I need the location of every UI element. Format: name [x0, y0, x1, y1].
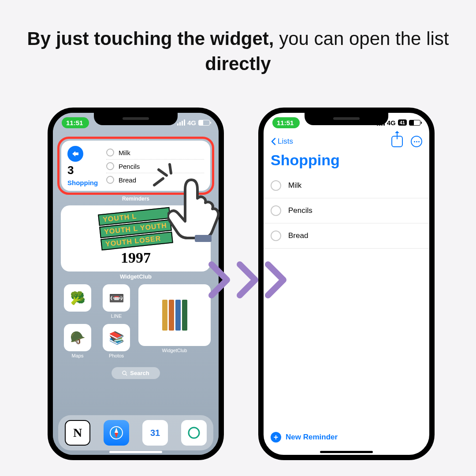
more-button[interactable]	[411, 136, 422, 147]
app-icon[interactable]: 🪖Maps	[61, 324, 94, 358]
dock-app-safari[interactable]	[104, 420, 129, 446]
home-indicator[interactable]	[320, 451, 373, 453]
search-button[interactable]: Search	[112, 367, 160, 379]
list-icon	[67, 146, 83, 162]
back-button[interactable]: Lists	[271, 137, 293, 146]
notch	[305, 112, 388, 125]
plus-icon: +	[271, 432, 281, 443]
signal-icon	[177, 119, 185, 126]
svg-line-7	[154, 178, 163, 185]
checkbox-icon	[106, 162, 114, 170]
notch	[94, 112, 178, 125]
svg-line-8	[159, 170, 167, 175]
checkbox-icon	[106, 176, 114, 184]
widget-item: Milk	[106, 146, 204, 160]
status-carrier: 4G	[187, 119, 196, 126]
app-icon[interactable]: 📚Photos	[100, 324, 133, 358]
chevron-left-icon	[271, 138, 276, 145]
battery-icon	[198, 120, 210, 126]
svg-point-6	[189, 428, 199, 438]
battery-icon	[409, 120, 420, 126]
transition-arrows	[207, 260, 290, 300]
svg-point-0	[123, 371, 126, 375]
dock-app-notion[interactable]: N	[65, 420, 90, 446]
reminder-item[interactable]: Bread	[264, 223, 429, 249]
widget-list-name: Shopping	[67, 179, 102, 186]
checkbox-icon[interactable]	[271, 231, 281, 241]
status-time: 11:51	[272, 117, 300, 128]
poster-label: WidgetClub	[53, 273, 219, 280]
widget-count: 3	[67, 164, 102, 177]
app-icon[interactable]: 📼LINE	[100, 284, 133, 319]
checkbox-icon	[106, 149, 114, 156]
reminder-item[interactable]: Pencils	[264, 198, 429, 223]
photo-widget[interactable]: WidgetClub	[138, 284, 211, 358]
status-carrier: 4G	[387, 119, 396, 126]
battery-pct: 41	[398, 119, 407, 126]
status-time: 11:51	[62, 117, 89, 128]
dock-app-calendar[interactable]: 31	[142, 420, 168, 446]
share-button[interactable]	[391, 136, 403, 147]
headline: By just touching the widget, you can ope…	[0, 26, 476, 76]
home-indicator[interactable]	[109, 451, 162, 453]
svg-line-1	[126, 374, 127, 376]
svg-line-9	[170, 164, 171, 173]
app-icon[interactable]: 🥦	[61, 284, 94, 319]
list-title: Shopping	[264, 150, 429, 173]
new-reminder-button[interactable]: + New Reminder	[271, 432, 338, 443]
dock-app-chatgpt[interactable]	[181, 420, 207, 446]
dock: N 31	[58, 415, 213, 450]
search-icon	[122, 371, 127, 376]
phone-homescreen: 11:51 4G Milk Pencils Bread 3 Shopping R…	[48, 108, 224, 460]
reminder-item[interactable]: Milk	[264, 173, 429, 198]
checkbox-icon[interactable]	[271, 205, 281, 216]
poster-year: 1997	[121, 249, 151, 266]
svg-rect-10	[195, 235, 212, 242]
checkbox-icon[interactable]	[271, 180, 281, 191]
tap-gesture-icon	[167, 174, 225, 246]
